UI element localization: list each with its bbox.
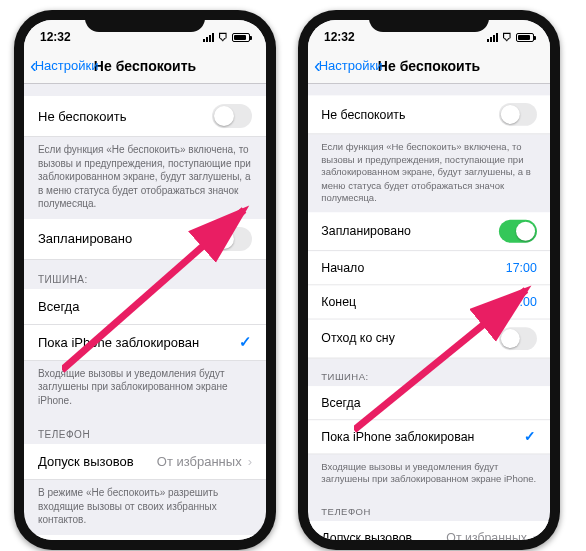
row-label: Конец <box>321 294 512 308</box>
chevron-right-icon: › <box>248 454 252 469</box>
row-dnd[interactable]: Не беспокоить <box>24 96 266 137</box>
page-title: Не беспокоить <box>378 58 480 74</box>
signal-icon <box>203 33 214 42</box>
row-label: Не беспокоить <box>38 109 212 124</box>
row-always[interactable]: Всегда <box>308 386 550 420</box>
row-value: 17:00 <box>506 260 537 274</box>
back-button[interactable]: ‹ Настройки <box>30 48 98 83</box>
row-label: Запланировано <box>38 231 212 246</box>
row-value: От избранных <box>446 530 527 540</box>
battery-icon <box>232 33 250 42</box>
settings-list[interactable]: Не беспокоить Если функция «Не беспокоит… <box>24 84 266 540</box>
clock: 12:32 <box>40 30 71 44</box>
chevron-right-icon: › <box>533 530 537 540</box>
header-phone: ТЕЛЕФОН <box>24 415 266 444</box>
toggle-scheduled[interactable] <box>499 219 537 242</box>
header-phone: ТЕЛЕФОН <box>308 493 550 521</box>
row-label: Запланировано <box>321 224 498 238</box>
row-label: Отход ко сну <box>321 331 498 345</box>
row-label: Всегда <box>38 299 252 314</box>
status-right: ⛉ <box>203 32 250 43</box>
header-silence: ТИШИНА: <box>308 358 550 386</box>
checkmark-icon: ✓ <box>524 428 536 445</box>
footer-allow: В режиме «Не беспокоить» разрешить входя… <box>24 480 266 535</box>
row-always[interactable]: Всегда <box>24 289 266 325</box>
clock: 12:32 <box>324 30 355 44</box>
row-scheduled[interactable]: Запланировано <box>24 219 266 260</box>
wifi-icon: ⛉ <box>502 32 512 43</box>
row-label: Допуск вызовов <box>321 530 446 540</box>
checkmark-icon: ✓ <box>239 333 252 351</box>
row-value: 7:00 <box>513 294 537 308</box>
wifi-icon: ⛉ <box>218 32 228 43</box>
back-label: Настройки <box>35 58 99 73</box>
row-start[interactable]: Начало 17:00 <box>308 251 550 285</box>
nav-bar: ‹ Настройки Не беспокоить <box>308 48 550 84</box>
page-title: Не беспокоить <box>94 58 196 74</box>
toggle-dnd[interactable] <box>499 103 537 126</box>
header-silence: ТИШИНА: <box>24 260 266 289</box>
row-label: Пока iPhone заблокирован <box>38 335 239 350</box>
notch <box>369 10 489 32</box>
footer-silence: Входящие вызовы и уведомления будут загл… <box>308 454 550 493</box>
row-repeated[interactable]: Повторные вызовы <box>24 535 266 541</box>
row-label: Пока iPhone заблокирован <box>321 429 524 443</box>
row-label: Допуск вызовов <box>38 454 157 469</box>
row-while-locked[interactable]: Пока iPhone заблокирован ✓ <box>308 420 550 454</box>
nav-bar: ‹ Настройки Не беспокоить <box>24 48 266 84</box>
row-end[interactable]: Конец 7:00 <box>308 285 550 319</box>
row-allow-calls[interactable]: Допуск вызовов От избранных › <box>24 444 266 480</box>
toggle-dnd[interactable] <box>212 104 252 128</box>
row-allow-calls[interactable]: Допуск вызовов От избранных › <box>308 521 550 540</box>
phone-right: 12:32 ⛉ ‹ Настройки Не беспокоить <box>298 10 560 550</box>
row-value: От избранных <box>157 454 242 469</box>
footer-silence: Входящие вызовы и уведомления будут загл… <box>24 361 266 416</box>
row-label: Всегда <box>321 395 536 409</box>
row-scheduled[interactable]: Запланировано <box>308 212 550 251</box>
screen-left: 12:32 ⛉ ‹ Настройки Не беспокоить <box>24 20 266 540</box>
back-label: Настройки <box>319 58 383 73</box>
row-while-locked[interactable]: Пока iPhone заблокирован ✓ <box>24 325 266 361</box>
battery-icon <box>516 33 534 42</box>
screen-right: 12:32 ⛉ ‹ Настройки Не беспокоить <box>308 20 550 540</box>
footer-dnd: Если функция «Не беспокоить» включена, т… <box>308 134 550 211</box>
status-right: ⛉ <box>487 32 534 43</box>
footer-dnd: Если функция «Не беспокоить» включена, т… <box>24 137 266 219</box>
row-bedtime[interactable]: Отход ко сну <box>308 319 550 358</box>
phone-left: 12:32 ⛉ ‹ Настройки Не беспокоить <box>14 10 276 550</box>
back-button[interactable]: ‹ Настройки <box>314 48 382 83</box>
notch <box>85 10 205 32</box>
row-label: Не беспокоить <box>321 107 498 121</box>
toggle-scheduled[interactable] <box>212 227 252 251</box>
toggle-bedtime[interactable] <box>499 327 537 350</box>
row-label: Начало <box>321 260 506 274</box>
row-dnd[interactable]: Не беспокоить <box>308 95 550 134</box>
settings-list[interactable]: Не беспокоить Если функция «Не беспокоит… <box>308 84 550 540</box>
signal-icon <box>487 33 498 42</box>
